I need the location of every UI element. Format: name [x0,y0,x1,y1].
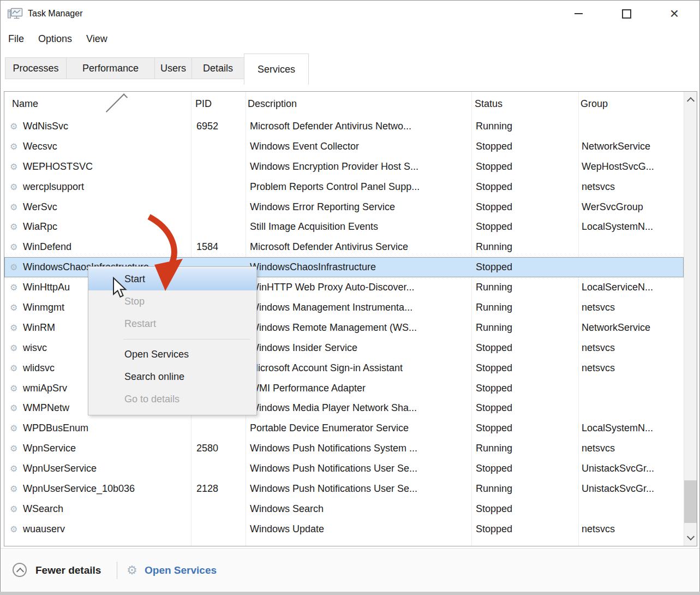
context-menu-separator [123,339,250,340]
mouse-cursor-icon [112,277,128,299]
minimize-icon [575,13,583,14]
service-gear-icon: ⚙ [10,459,21,479]
service-gear-icon: ⚙ [10,479,21,499]
footer-divider [117,562,117,579]
title-bar: Task Manager × [1,1,699,27]
table-row[interactable]: ⚙WerSvcWindows Error Reporting ServiceSt… [4,197,684,217]
service-gear-icon: ⚙ [10,378,21,398]
tab-services[interactable]: Services [244,53,309,85]
close-icon: × [670,6,679,21]
vertical-scrollbar[interactable] [684,92,697,546]
gear-icon: ⚙ [127,549,137,592]
service-gear-icon: ⚙ [10,398,21,418]
maximize-button[interactable] [602,1,650,27]
context-menu-item-go-to-details: Go to details [88,388,256,410]
task-manager-window: Task Manager × File Options View Process… [0,0,700,592]
service-gear-icon: ⚙ [10,237,21,257]
chevron-up-circle-icon[interactable] [13,563,27,577]
service-gear-icon: ⚙ [10,177,21,197]
scroll-down-icon[interactable] [687,533,695,540]
service-gear-icon: ⚙ [10,318,21,338]
table-row[interactable]: ⚙WdNisSvc6952Microsoft Defender Antiviru… [4,116,684,136]
service-gear-icon: ⚙ [10,499,21,519]
close-button[interactable]: × [650,1,698,27]
table-row[interactable]: ⚙WinDefend1584Microsoft Defender Antivir… [4,237,684,257]
scroll-up-icon[interactable] [687,97,695,105]
table-row[interactable]: ⚙WpnUserService_10b0362128Windows Push N… [4,479,684,499]
tab-performance[interactable]: Performance [66,57,155,79]
chevron-up-icon [16,568,24,575]
service-gear-icon: ⚙ [10,277,21,297]
table-row[interactable]: ⚙WiaRpcStill Image Acquisition EventsSto… [4,217,684,237]
context-menu-item-open-services[interactable]: Open Services [88,343,256,366]
column-header-description[interactable]: Description [248,92,297,116]
table-header: Name PID Description Status Group [4,92,684,116]
service-gear-icon: ⚙ [10,217,21,237]
tab-users[interactable]: Users [154,57,192,79]
menu-file[interactable]: File [8,33,24,45]
service-gear-icon: ⚙ [10,418,21,438]
maximize-icon [622,9,631,19]
service-gear-icon: ⚙ [10,438,21,459]
table-row[interactable]: ⚙WSearchWindows SearchStopped [4,499,684,519]
minimize-button[interactable] [554,1,602,27]
fewer-details-toggle[interactable]: Fewer details [35,549,101,592]
open-services-link[interactable]: Open Services [145,549,217,592]
table-row[interactable]: ⚙WPDBusEnumPortable Device Enumerator Se… [4,418,684,438]
table-row[interactable]: ⚙WpnUserServiceWindows Push Notification… [4,459,684,479]
column-header-group[interactable]: Group [581,92,608,116]
service-gear-icon: ⚙ [10,157,21,177]
table-row[interactable]: ⚙WecsvcWindows Event CollectorStoppedNet… [4,136,684,157]
status-bar: Fewer details ⚙ Open Services [1,548,699,592]
service-gear-icon: ⚙ [10,297,21,318]
window-title: Task Manager [28,1,83,27]
tab-processes[interactable]: Processes [5,57,67,79]
table-row[interactable]: ⚙wercplsupportProblem Reports Control Pa… [4,177,684,197]
menu-bar: File Options View [1,27,699,51]
sort-ascending-icon [106,93,128,115]
menu-options[interactable]: Options [38,33,72,45]
service-gear-icon: ⚙ [10,338,21,358]
tab-details[interactable]: Details [192,57,244,79]
context-menu-item-restart: Restart [88,313,256,335]
context-menu-item-search-online[interactable]: Search online [88,366,256,388]
service-gear-icon: ⚙ [10,136,21,157]
table-row[interactable]: ⚙wuauservWindows UpdateStoppednetsvcs [4,519,684,539]
scrollbar-thumb[interactable] [684,480,697,523]
service-gear-icon: ⚙ [10,519,21,539]
task-manager-icon [7,6,23,22]
column-header-pid[interactable]: PID [195,92,212,116]
service-gear-icon: ⚙ [10,257,21,277]
menu-view[interactable]: View [86,33,107,45]
table-row[interactable]: ⚙WEPHOSTSVCWindows Encryption Provider H… [4,157,684,177]
column-header-status[interactable]: Status [475,92,502,116]
table-row[interactable]: ⚙WpnService2580Windows Push Notification… [4,438,684,459]
service-gear-icon: ⚙ [10,116,21,136]
service-gear-icon: ⚙ [10,358,21,378]
column-header-name[interactable]: Name [12,92,38,116]
window-controls: × [554,1,698,27]
service-gear-icon: ⚙ [10,197,21,217]
